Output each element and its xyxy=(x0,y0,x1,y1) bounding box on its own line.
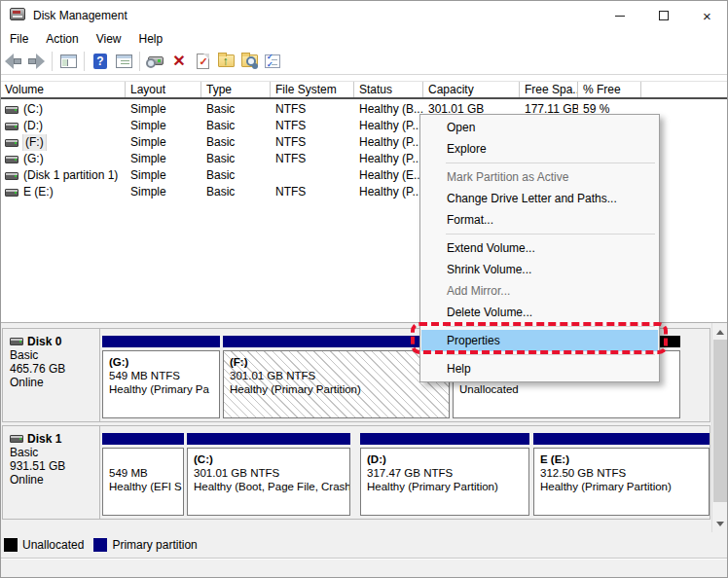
back-button[interactable] xyxy=(1,50,24,73)
header-layout[interactable]: Layout xyxy=(126,82,201,97)
legend-bar: Unallocated Primary partition xyxy=(1,532,728,558)
cell-status: Healthy (P... xyxy=(354,151,423,167)
partition-size: 301.01 GB NTFS xyxy=(230,369,447,382)
close-icon: × xyxy=(703,9,711,23)
toolbar-separator xyxy=(84,52,85,71)
scroll-down-button[interactable] xyxy=(712,516,728,531)
menu-action[interactable]: Action xyxy=(37,30,87,48)
minimize-button[interactable] xyxy=(598,1,641,30)
open-folder-icon xyxy=(218,54,235,67)
partition-letter: E (E:) xyxy=(540,452,707,466)
header-pct-free[interactable]: % Free xyxy=(578,82,641,97)
menu-item-change-drive-letter[interactable]: Change Drive Letter and Paths... xyxy=(420,188,659,209)
header-status[interactable]: Status xyxy=(354,82,423,97)
menu-item-extend-volume[interactable]: Extend Volume... xyxy=(420,237,659,259)
menu-item-help[interactable]: Help xyxy=(420,358,659,379)
unallocated-swatch xyxy=(4,538,18,552)
partition-size: 301.01 GB NTFS xyxy=(194,466,347,480)
partition-status: Healthy (Primary Pa xyxy=(109,382,217,396)
maximize-icon xyxy=(659,11,669,20)
maximize-button[interactable] xyxy=(641,1,685,30)
partition-size: 312.50 GB NTFS xyxy=(540,466,707,480)
partition-f-selected[interactable]: (F:) 301.01 GB NTFS Healthy (Primary Par… xyxy=(223,329,450,421)
delete-volume-button[interactable]: ✕ xyxy=(167,50,191,73)
delete-volume-icon: ✕ xyxy=(172,54,185,69)
partition-efi[interactable]: 549 MB Healthy (EFI S xyxy=(102,426,184,519)
show-console-tree-button[interactable] xyxy=(56,50,80,73)
partition-e[interactable]: E (E:) 312.50 GB NTFS Healthy (Primary P… xyxy=(533,426,710,519)
cell-layout: Simple xyxy=(126,101,201,118)
partition-status: Healthy (Primary Partition) xyxy=(230,382,447,396)
console-tree-icon xyxy=(60,54,77,68)
disk-management-window: Disk Management × File Action View Help … xyxy=(0,0,728,578)
header-file-system[interactable]: File System xyxy=(271,82,354,97)
close-button[interactable]: × xyxy=(685,1,728,30)
scroll-up-icon xyxy=(716,330,724,335)
partition-color-band xyxy=(223,336,450,347)
cell-status: Healthy (B... xyxy=(354,101,423,118)
menu-separator xyxy=(420,323,659,330)
properties-toolbar-button[interactable] xyxy=(261,50,284,73)
menu-item-delete-volume[interactable]: Delete Volume... xyxy=(420,302,659,323)
cell-fs: NTFS xyxy=(271,134,354,151)
cell-layout: Simple xyxy=(126,118,201,134)
menu-item-explore[interactable]: Explore xyxy=(420,138,659,160)
cell-layout: Simple xyxy=(126,134,201,151)
partition-g[interactable]: (G:) 549 MB NTFS Healthy (Primary Pa xyxy=(102,329,220,421)
legend-unallocated: Unallocated xyxy=(4,538,84,552)
cell-status: Healthy (E... xyxy=(354,167,423,184)
menu-help[interactable]: Help xyxy=(130,30,172,48)
disk-type: Basic xyxy=(10,348,99,362)
explore-button[interactable] xyxy=(237,50,261,73)
help-button[interactable]: ? xyxy=(89,50,112,73)
menu-item-properties[interactable]: Properties xyxy=(421,330,658,351)
partition-color-band xyxy=(102,336,220,347)
volume-icon xyxy=(5,189,18,197)
menu-view[interactable]: View xyxy=(88,30,130,48)
cell-type: Basic xyxy=(201,184,271,200)
cell-type: Basic xyxy=(201,167,271,184)
volume-icon xyxy=(5,156,18,163)
scroll-down-icon xyxy=(716,522,724,526)
help-icon: ? xyxy=(93,54,107,69)
primary-partition-swatch xyxy=(93,538,107,552)
cell-status: Healthy (P... xyxy=(354,118,423,134)
rescan-button[interactable] xyxy=(144,50,167,73)
cell-fs: NTFS xyxy=(271,151,354,167)
scroll-up-button[interactable] xyxy=(712,324,728,340)
partition-color-band xyxy=(102,433,184,445)
menu-item-open[interactable]: Open xyxy=(420,117,659,138)
partition-letter: (F:) xyxy=(230,355,447,369)
partition-c[interactable]: (C:) 301.01 GB NTFS Healthy (Boot, Page … xyxy=(187,426,350,519)
show-action-pane-button[interactable] xyxy=(112,50,135,73)
partition-status: Healthy (Primary Partition) xyxy=(540,480,707,493)
menu-file[interactable]: File xyxy=(1,30,37,48)
vertical-scrollbar[interactable] xyxy=(711,323,728,532)
cell-layout: Simple xyxy=(126,184,201,200)
scrollbar-thumb[interactable] xyxy=(713,340,727,502)
forward-button[interactable] xyxy=(24,50,48,73)
menu-item-shrink-volume[interactable]: Shrink Volume... xyxy=(420,259,659,280)
header-type[interactable]: Type xyxy=(201,82,271,97)
header-capacity[interactable]: Capacity xyxy=(423,82,520,97)
menu-item-format[interactable]: Format... xyxy=(420,209,659,231)
partition-status: Unallocated xyxy=(459,382,677,396)
open-button[interactable] xyxy=(214,50,237,73)
legend-label: Primary partition xyxy=(112,538,197,552)
partition-d[interactable]: (D:) 317.47 GB NTFS Healthy (Primary Par… xyxy=(360,426,529,519)
partition-status: Healthy (EFI S xyxy=(109,480,181,493)
back-icon xyxy=(5,55,21,67)
menu-bar: File Action View Help xyxy=(1,30,728,48)
disk-0-label[interactable]: Disk 0 Basic 465.76 GB Online xyxy=(3,329,100,421)
disk-icon xyxy=(10,338,23,345)
header-volume[interactable]: Volume xyxy=(1,82,126,97)
rescan-icon xyxy=(148,56,164,65)
forward-icon xyxy=(28,55,45,67)
disk-1-label[interactable]: Disk 1 Basic 931.51 GB Online xyxy=(3,426,100,519)
partition-status: Healthy (Primary Partition) xyxy=(367,480,527,493)
partition-letter: (G:) xyxy=(109,355,217,369)
header-free-space[interactable]: Free Spa... xyxy=(520,82,578,97)
mark-partition-active-button[interactable] xyxy=(191,50,214,73)
volume-name: (Disk 1 partition 1) xyxy=(23,167,118,184)
partition-size: 317.47 GB NTFS xyxy=(367,466,527,480)
